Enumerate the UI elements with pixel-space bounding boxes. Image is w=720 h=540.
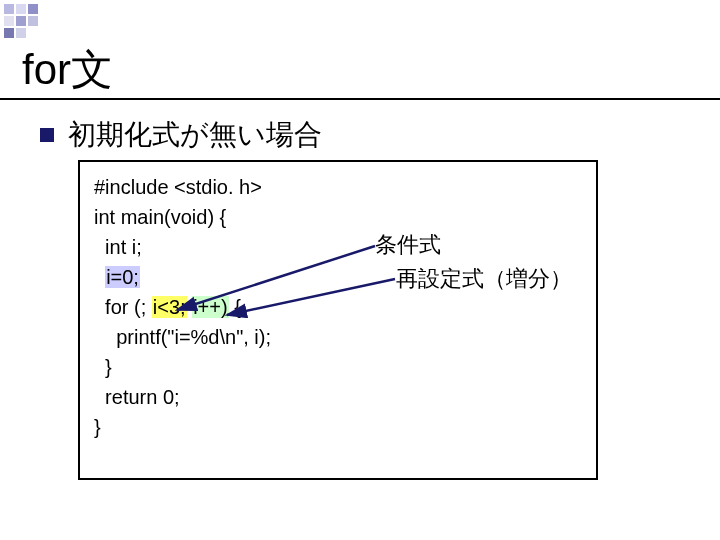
code-box: #include <stdio. h> int main(void) { int… <box>78 160 598 480</box>
highlight-increment: i++) <box>192 296 228 318</box>
slide-decoration <box>0 0 42 42</box>
code-line: #include <stdio. h> <box>94 172 582 202</box>
code-line: return 0; <box>94 382 582 412</box>
code-line: int i; <box>94 232 582 262</box>
code-line: int main(void) { <box>94 202 582 232</box>
bullet-row: 初期化式が無い場合 <box>40 116 322 154</box>
annotation-increment: 再設定式（増分） <box>396 264 572 294</box>
code-line: } <box>94 412 582 442</box>
bullet-icon <box>40 128 54 142</box>
code-line: printf("i=%d\n", i); <box>94 322 582 352</box>
code-line: for (; i<3; i++) { <box>94 292 582 322</box>
annotation-condition: 条件式 <box>375 230 441 260</box>
highlight-condition: i<3; <box>152 296 187 318</box>
bullet-text: 初期化式が無い場合 <box>68 116 322 154</box>
highlight-init: i=0; <box>105 266 140 288</box>
code-line: } <box>94 352 582 382</box>
title-underline <box>0 98 720 100</box>
slide-title: for文 <box>22 42 113 98</box>
